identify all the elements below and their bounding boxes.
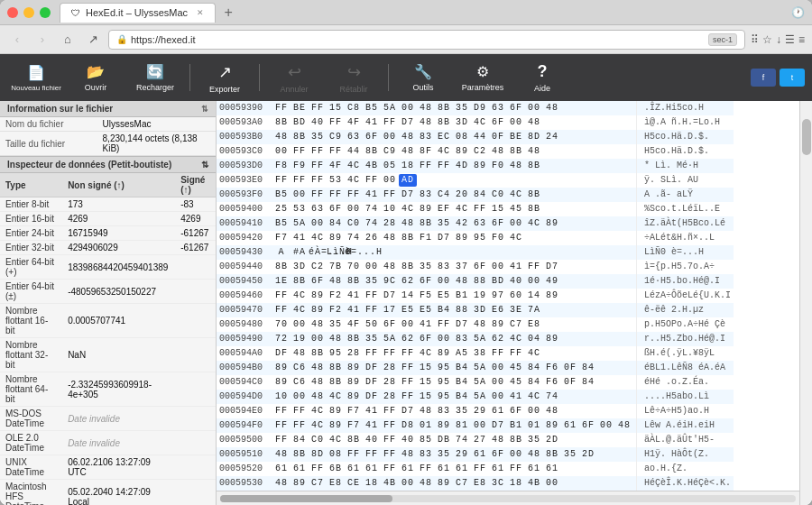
active-tab[interactable]: 🛡 HexEd.it – UlyssesMac ✕ <box>60 3 216 23</box>
hex-bytes[interactable]: FFBEFF15C8B55A00488B35D9636F0048 <box>270 101 637 115</box>
reader-icon[interactable]: ☰ <box>785 33 795 46</box>
hex-bytes[interactable]: 1000484C89DF28FF1595B45A00414C74 <box>270 390 637 404</box>
minimize-button[interactable] <box>23 7 34 18</box>
hex-address: 00059530 <box>217 476 270 491</box>
hex-bytes[interactable]: 89C6488B89DF28FF1595B45A004584F60F84 <box>270 375 637 390</box>
inspector-signed <box>175 431 216 455</box>
hex-row[interactable]: 00059470FF4C89F241FF17E5E5B4883DE63E7Aê-… <box>217 303 734 317</box>
hex-row[interactable]: 000593C000FFFFFF448BC9488F4C89C2488B48H5… <box>217 144 734 159</box>
hex-bytes[interactable]: 6161FF6B6161FF61FF6161FF61FF6161 <box>270 462 637 476</box>
hex-row[interactable]: 00059390FFBEFF15C8B55A00488B35D9636F0048… <box>217 101 734 115</box>
hex-bytes[interactable]: FFFF4C89F741FFD801898100D7B10189616F0048 <box>270 418 637 433</box>
tools-button[interactable]: 🔧 Outils <box>394 58 452 97</box>
hex-bytes[interactable]: 4889C7E8CE184B004889C7E83C184B00 <box>270 476 637 491</box>
hex-bytes[interactable]: 700048354F506F0041FFD74889C7E8 <box>270 317 637 332</box>
hex-bytes[interactable]: A#AéÀ=...HLìÑ0è=...H <box>270 245 637 260</box>
hex-view[interactable]: 00059390FFBEFF15C8B55A00488B35D9636F0048… <box>217 101 799 491</box>
hex-bytes[interactable]: 8BBD40FF4F41FFD7488B3D4C6F0048 <box>270 115 637 130</box>
hex-row[interactable]: 000593B0488B35C9636F004883EC08440FBE8D24… <box>217 130 734 144</box>
hex-bytes[interactable]: DF488B9528FFFFFF4C89A538FFFF4C <box>270 346 637 361</box>
hex-bytes[interactable]: FF4C89F241FF17E5E5B4883DE63E7A <box>270 303 637 317</box>
star-icon[interactable]: ☆ <box>762 33 772 46</box>
hex-row[interactable]: 000594D01000484C89DF28FF1595B45A00414C74… <box>217 390 734 404</box>
menu-icon[interactable]: ≡ <box>798 33 805 46</box>
hex-bytes[interactable]: F8F9FF4F4C4B0518FFFF4D89F0488B <box>270 159 637 173</box>
hex-bytes[interactable]: FFFF4C89F741FFD748833529616F0048 <box>270 404 637 418</box>
new-tab-button[interactable]: + <box>219 4 237 22</box>
hex-bytes[interactable]: 488B35C9636F004883EC08440FBE8D24 <box>270 130 637 144</box>
hex-bytes[interactable]: FF84C04C8B40FF4085DB7427488B352D <box>270 433 637 447</box>
open-button[interactable]: 📂 Ouvrir <box>67 58 125 97</box>
hex-row[interactable]: 000595304889C7E8CE184B004889C7E83C184B00… <box>217 476 734 491</box>
inspector-row: Nombre flottant 16-bit0.0005707741 <box>0 304 216 338</box>
extensions-icon[interactable]: ⠿ <box>751 33 759 46</box>
inspector-table: Type Non signé (↑) Signé (↑) Entier 8-bi… <box>0 173 216 505</box>
toolbar-separator-3 <box>388 64 389 91</box>
scrollbar-thumb[interactable] <box>802 119 811 155</box>
hex-bytes[interactable]: 00FFFFFF448BC9488F4C89C2488B48 <box>270 144 637 159</box>
undo-button[interactable]: ↩ Annuler <box>265 58 323 97</box>
hex-bytes[interactable]: 488B8D08FFFFFF48833529616F00488B352D <box>270 447 637 462</box>
hex-row[interactable]: 000593F0B500FFFFFF41FFD783C42084C04C8BA … <box>217 188 734 202</box>
inspector-scroll[interactable]: Type Non signé (↑) Signé (↑) Entier 8-bi… <box>0 173 216 505</box>
hex-bytes[interactable]: 8B3DC27B7000488B3583376F0041FFD7 <box>270 260 637 274</box>
hex-bytes[interactable]: B55A0084C07428488B3542636F004C89 <box>270 216 637 231</box>
hex-row[interactable]: 00059430A#AéÀ=...HLìÑ0è=...HLìÑ0 è=...H <box>217 245 734 260</box>
export-button[interactable]: ↗ Exporter <box>196 58 254 97</box>
hex-bytes[interactable]: 1E8B6F488B359C626F004888BD400049 <box>270 274 637 289</box>
share-button[interactable]: ↗ <box>83 30 103 50</box>
hex-bytes[interactable]: FFFFFF534CFF00AD <box>270 173 637 188</box>
maximize-button[interactable] <box>40 7 51 18</box>
hex-address: 00059430 <box>217 245 270 260</box>
forward-button[interactable]: › <box>32 30 52 50</box>
inspector-row: Nombre flottant 64-bit-2.33245993609918­… <box>0 372 216 407</box>
hex-row[interactable]: 00059480700048354F506F0041FFD74889C7E8p.… <box>217 317 734 332</box>
tab-close-icon[interactable]: ✕ <box>197 8 204 17</box>
hex-row[interactable]: 000595206161FF6B6161FF61FF6161FF61FF6161… <box>217 462 734 476</box>
help-button[interactable]: ? Aide <box>513 58 571 97</box>
hex-row[interactable]: 00059410B55A0084C07428488B3542636F004C89… <box>217 216 734 231</box>
hex-row[interactable]: 000594A0DF488B9528FFFFFF4C89A538FFFF4CßH… <box>217 346 734 361</box>
hex-row[interactable]: 000594408B3DC27B7000488B3583376F0041FFD7… <box>217 260 734 274</box>
settings-button[interactable]: ⚙ Paramètres <box>454 58 512 97</box>
new-file-button[interactable]: 📄 Nouveau fichier <box>7 58 65 97</box>
col-signed: Signé (↑) <box>175 173 216 197</box>
hex-bytes[interactable]: 2553636F0074104C89EF4CFF15458B <box>270 202 637 216</box>
inspector-signed <box>175 280 216 304</box>
hex-row[interactable]: 00059510488B8D08FFFFFF48833529616F00488B… <box>217 447 734 462</box>
url-bar[interactable]: 🔒 https://hexed.it sec-1 <box>108 30 745 50</box>
redo-button[interactable]: ↪ Rétablir <box>325 58 383 97</box>
hex-address: 00059410 <box>217 216 270 231</box>
hex-row[interactable]: 000593E0FFFFFF534CFF00ADÿ. SLì. AU <box>217 173 734 188</box>
right-scrollbar[interactable] <box>799 101 812 505</box>
hex-bytes[interactable]: B500FFFFFF41FFD783C42084C04C8B <box>270 188 637 202</box>
hex-row[interactable]: 000593A08BBD40FF4F41FFD7488B3D4C6F0048ì@… <box>217 115 734 130</box>
reload-button[interactable]: 🔄 Recharger <box>126 58 184 97</box>
hex-row[interactable]: 000594501E8B6F488B359C626F004888BD400049… <box>217 274 734 289</box>
tools-icon: 🔧 <box>414 63 432 80</box>
hex-row[interactable]: 00059420F7414C897426488BF1D78995F04C÷ALé… <box>217 231 734 245</box>
inspector-unsigned: Date invalide <box>62 431 175 455</box>
hex-row[interactable]: 00059490721900488B355A626F00835A624C0489… <box>217 332 734 346</box>
facebook-button[interactable]: f <box>751 69 776 87</box>
back-button[interactable]: ‹ <box>7 30 27 50</box>
hex-row[interactable]: 000594C089C6488B89DF28FF1595B45A004584F6… <box>217 375 734 390</box>
hex-row[interactable]: 000594B089C6488B89DF28FF1595B45A004584F6… <box>217 361 734 375</box>
hex-bytes[interactable]: F7414C897426488BF1D78995F04C <box>270 231 637 245</box>
hex-row[interactable]: 000593D0F8F9FF4F4C4B0518FFFF4D89F0488B* … <box>217 159 734 173</box>
hex-row[interactable]: 000594F0FFFF4C89F741FFD801898100D7B10189… <box>217 418 734 433</box>
download-icon[interactable]: ↓ <box>776 33 781 46</box>
title-bar: 🛡 HexEd.it – UlyssesMac ✕ + 🕐 <box>0 0 812 25</box>
hex-address: 00059480 <box>217 317 270 332</box>
hex-bytes[interactable]: 721900488B355A626F00835A624C0489 <box>270 332 637 346</box>
inspector-signed <box>175 304 216 338</box>
close-button[interactable] <box>7 7 18 18</box>
home-button[interactable]: ⌂ <box>58 30 78 50</box>
hex-row[interactable]: 000594002553636F0074104C89EF4CFF15458B%S… <box>217 202 734 216</box>
hex-row[interactable]: 000594E0FFFF4C89F741FFD748833529616F0048… <box>217 404 734 418</box>
twitter-button[interactable]: t <box>780 69 805 87</box>
hex-bytes[interactable]: 89C6488B89DF28FF1595B45A004584F60F84 <box>270 361 637 375</box>
hex-row[interactable]: 00059460FF4C89F241FFD714F5E5B11997601489… <box>217 289 734 303</box>
hex-row[interactable]: 00059500FF84C04C8B40FF4085DB7427488B352D… <box>217 433 734 447</box>
hex-bytes[interactable]: FF4C89F241FFD714F5E5B11997601489 <box>270 289 637 303</box>
